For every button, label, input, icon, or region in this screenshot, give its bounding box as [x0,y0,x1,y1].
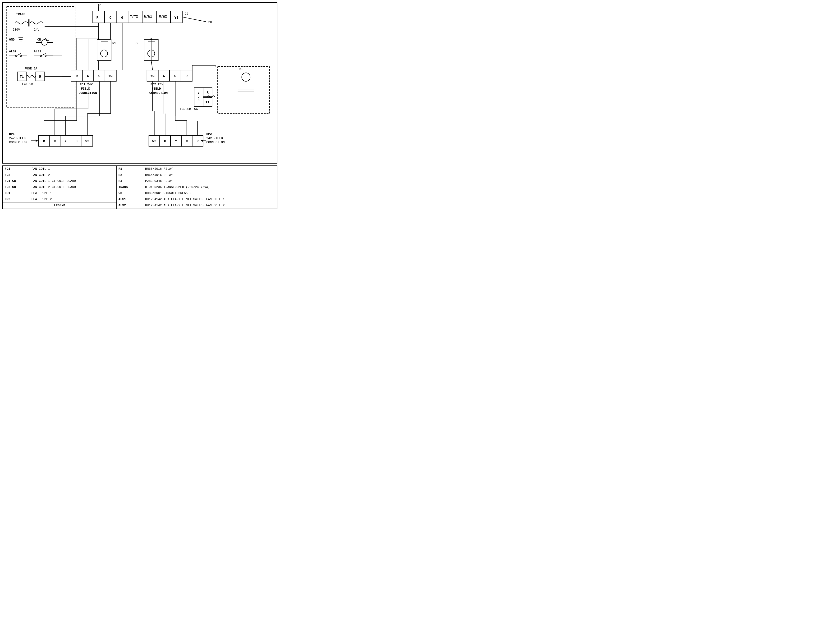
svg-text:O: O [164,139,166,143]
legend-desc-fc2cb: FAN COIL 2 CIRCUIT BOARD [30,184,117,191]
svg-text:5A: 5A [194,107,198,111]
svg-text:W2: W2 [85,139,89,143]
svg-text:TRANS.: TRANS. [16,12,27,16]
legend-desc-als1: HH12HA142 AUXILLARY LIMIT SWITCH FAN COI… [143,196,277,203]
svg-rect-4 [93,11,105,23]
svg-text:CONNECTION: CONNECTION [9,140,27,144]
legend-code-als2: ALS2 [116,203,143,209]
wiring-svg: text { font-family: 'Courier New', Couri… [3,3,277,163]
svg-text:O: O [75,139,77,143]
legend-table: FC1 FAN COIL 1 R1 HN65KJ016 RELAY FC2 FA… [2,165,277,209]
svg-text:O/W2: O/W2 [159,15,167,18]
svg-text:E: E [198,101,200,105]
svg-text:FC1-CB: FC1-CB [22,82,33,86]
svg-text:FIELD: FIELD [81,87,90,90]
legend-code-fc2: FC2 [3,172,30,178]
legend-code-als1: ALS1 [116,196,143,203]
svg-text:Y: Y [65,139,67,143]
svg-text:T1: T1 [20,75,24,79]
svg-text:G: G [98,74,100,78]
svg-point-96 [242,73,250,81]
legend-code-hp2: HP2 [3,196,30,203]
svg-text:F: F [198,92,200,95]
svg-text:R: R [43,139,45,143]
legend-desc-trans: HT01BD236 TRANSFORMER (230/24 75VA) [143,184,277,191]
legend-code-r2: R2 [116,172,143,178]
svg-text:230V: 230V [12,28,20,32]
svg-text:FC1 24V: FC1 24V [80,83,93,86]
legend-desc-r3: P283-0346 RELAY [143,178,277,184]
legend-code-r1: R1 [116,166,143,172]
legend-code-r3: R3 [116,178,143,184]
svg-point-44 [40,55,41,56]
svg-marker-103 [36,140,38,142]
svg-text:ALS1: ALS1 [34,50,41,53]
svg-text:Y/Y2: Y/Y2 [130,15,138,18]
svg-text:CB: CB [37,38,41,41]
svg-text:T1: T1 [206,101,210,104]
svg-text:FC2-CB: FC2-CB [180,107,191,111]
svg-text:20: 20 [208,20,212,24]
legend-title: LEGEND [3,203,116,209]
legend-code-trans: TRANS [116,184,143,191]
legend-code-fc2cb: FC2-CB [3,184,30,191]
legend-code-fc1: FC1 [3,166,30,172]
legend-desc-fc1: FAN COIL 1 [30,166,117,172]
legend-desc-hp1: HEAT PUMP 1 [30,190,117,196]
svg-text:C: C [174,74,176,78]
legend-code-fc1cb: FC1-CB [3,178,30,184]
svg-text:HP2: HP2 [206,132,212,136]
svg-text:R3: R3 [239,67,243,71]
legend-desc-cb: HH83ZB001 CIRCUIT BREAKER [143,190,277,196]
svg-text:R: R [76,74,78,78]
legend-code-hp1: HP1 [3,190,30,196]
svg-text:HP1: HP1 [9,132,14,136]
svg-line-20 [182,17,206,22]
svg-text:FIELD: FIELD [152,87,161,90]
svg-text:GND: GND [9,38,14,41]
legend-desc-hp2: HEAT PUMP 2 [30,196,117,203]
svg-point-39 [20,55,21,56]
svg-text:S: S [198,98,200,102]
svg-text:CONNECTION: CONNECTION [79,91,97,95]
svg-text:C: C [110,16,111,20]
svg-text:12: 12 [98,3,101,7]
svg-text:C: C [87,74,89,78]
svg-text:W/W1: W/W1 [144,15,152,18]
legend-desc-fc1cb: FAN COIL 1 CIRCUIT BOARD [30,178,117,184]
svg-text:R: R [186,74,188,78]
svg-text:ALS2: ALS2 [9,50,16,53]
svg-text:G: G [163,74,165,78]
svg-text:Y: Y [175,139,177,143]
svg-point-67 [101,50,108,57]
svg-point-31 [41,40,47,45]
svg-text:24V: 24V [34,28,40,32]
diagram-area: text { font-family: 'Courier New', Couri… [2,2,277,163]
svg-text:C: C [54,139,56,143]
svg-text:U: U [198,95,200,99]
svg-text:W2: W2 [108,74,113,78]
svg-text:Y1: Y1 [174,16,178,20]
legend-code-cb: CB [116,190,143,196]
svg-text:W2: W2 [151,74,155,78]
main-container: text { font-family: 'Courier New', Couri… [0,0,280,212]
svg-text:R: R [39,75,41,79]
svg-text:R: R [96,16,99,20]
legend-desc-als2: HH12HA142 AUXILLARY LIMIT SWITCH FAN COI… [143,203,277,209]
svg-text:CONNECTION: CONNECTION [206,140,224,144]
svg-text:C: C [186,139,188,143]
legend-desc-fc2: FAN COIL 2 [30,172,117,178]
svg-point-139 [98,38,99,40]
svg-text:FUSE 5A: FUSE 5A [24,67,37,70]
svg-point-38 [15,55,17,56]
svg-text:R1: R1 [112,41,116,45]
svg-text:G: G [121,16,123,20]
svg-line-150 [151,61,153,70]
svg-text:R2: R2 [135,41,139,45]
legend-desc-r1: HN65KJ016 RELAY [143,166,277,172]
svg-text:R: R [197,139,199,143]
svg-text:W2: W2 [152,139,156,143]
svg-text:22: 22 [185,12,189,16]
svg-text:24V FIELD: 24V FIELD [9,137,26,140]
svg-text:R: R [206,91,209,95]
